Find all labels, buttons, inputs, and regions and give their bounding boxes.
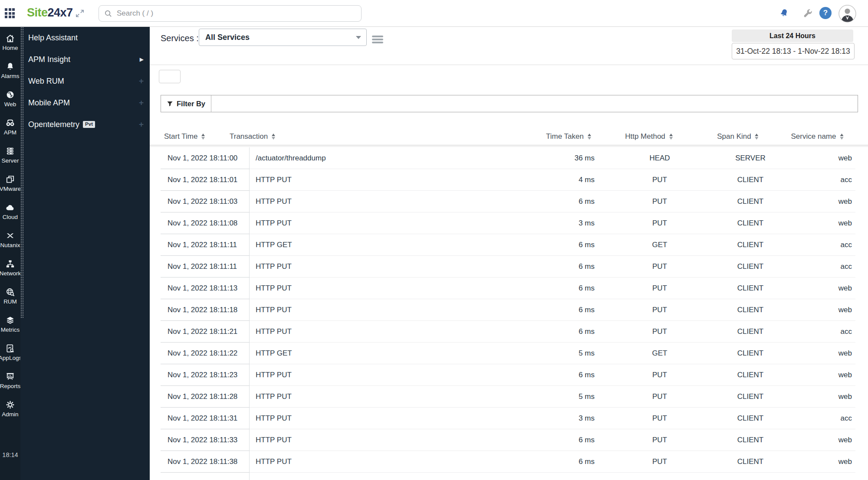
sidebar-menu-item[interactable]: Web RUM + xyxy=(24,70,150,92)
table-row[interactable]: Nov 1, 2022 18:11:21 HTTP PUT 6 ms PUT C… xyxy=(161,321,855,343)
table-row[interactable]: Nov 1, 2022 18:11:18 HTTP PUT 6 ms PUT C… xyxy=(161,299,855,321)
cloud-icon xyxy=(5,202,15,212)
secondary-sidebar: Help Assistant APM Insight ▶ Web RUM xyxy=(24,27,150,480)
table-row[interactable]: Nov 1, 2022 18:11:08 HTTP PUT 3 ms PUT C… xyxy=(161,212,855,234)
services-dropdown[interactable]: All Services xyxy=(199,29,367,46)
table-row[interactable]: Nov 1, 2022 18:11:41 HTTP GET 6 ms GET C… xyxy=(161,473,855,480)
sort-icon xyxy=(201,134,205,140)
sidebar-rail-item[interactable]: Home xyxy=(0,31,20,59)
table-row[interactable]: Nov 1, 2022 18:11:31 HTTP PUT 3 ms PUT C… xyxy=(161,408,855,429)
table-row[interactable]: Nov 1, 2022 18:11:28 HTTP PUT 5 ms PUT C… xyxy=(161,386,855,408)
sidebar-rail-item[interactable]: Server xyxy=(0,144,20,172)
rail-item-label: Cloud xyxy=(3,214,18,220)
table-row[interactable]: Nov 1, 2022 18:11:03 HTTP PUT 6 ms PUT C… xyxy=(161,191,855,212)
column-header-span-kind[interactable]: Span Kind xyxy=(717,132,758,141)
add-monitor-icon[interactable]: + xyxy=(139,98,144,108)
sidebar-rail-item[interactable]: Admin xyxy=(0,397,20,425)
sidebar-rail-item[interactable]: Reports xyxy=(0,369,20,397)
sidebar-menu-item[interactable]: Opentelemetry Pvt + xyxy=(24,114,150,135)
sidebar-rail-item[interactable]: Nutanix xyxy=(0,228,20,256)
submenu-arrow-icon: ▶ xyxy=(140,56,144,62)
filter-input[interactable] xyxy=(211,95,858,112)
sidebar-rail-item[interactable]: Web xyxy=(0,87,20,115)
transaction-cell: HTTP PUT xyxy=(250,299,514,321)
span-toggle-option[interactable] xyxy=(170,75,179,78)
table-row[interactable]: Nov 1, 2022 18:11:11 HTTP GET 6 ms GET C… xyxy=(161,234,855,256)
table-row[interactable]: Nov 1, 2022 18:11:33 HTTP PUT 6 ms PUT C… xyxy=(161,429,855,451)
top-bar: Site24x7 ? xyxy=(0,0,868,27)
service-name-cell: web xyxy=(778,343,855,364)
http-method-cell: PUT xyxy=(597,451,723,473)
start-time-cell: Nov 1, 2022 18:11:31 xyxy=(161,408,250,429)
column-header-service-name[interactable]: Service name xyxy=(791,132,844,141)
list-menu-icon[interactable] xyxy=(372,36,383,45)
http-method-cell: PUT xyxy=(597,408,723,429)
sidebar-menu-item[interactable]: APM Insight ▶ xyxy=(24,49,150,70)
rum-icon xyxy=(5,287,15,297)
main-content: Services : All Services Last 24 Hours 31… xyxy=(150,27,868,480)
table-row[interactable]: Nov 1, 2022 18:11:00 /actuator/threaddum… xyxy=(161,147,855,169)
time-taken-cell: 36 ms xyxy=(514,147,597,169)
sidebar-rail-item[interactable]: Cloud xyxy=(0,200,20,228)
sidebar-scrollbar[interactable] xyxy=(20,27,24,480)
user-avatar[interactable] xyxy=(838,5,856,23)
sidebar-menu-item[interactable]: Mobile APM + xyxy=(24,92,150,114)
help-icon[interactable]: ? xyxy=(819,7,832,19)
column-header-time-taken[interactable]: Time Taken xyxy=(546,132,591,141)
service-name-cell: web xyxy=(778,191,855,212)
table-row[interactable]: Nov 1, 2022 18:11:22 HTTP GET 5 ms GET C… xyxy=(161,343,855,364)
sidebar-rail-item[interactable]: APM xyxy=(0,115,20,144)
column-header-start-time[interactable]: Start Time xyxy=(164,132,205,141)
service-name-cell: acc xyxy=(778,408,855,429)
start-time-cell: Nov 1, 2022 18:11:28 xyxy=(161,386,250,408)
transaction-cell: HTTP GET xyxy=(250,473,514,480)
date-range-picker[interactable]: 31-Oct-22 18:13 - 1-Nov-22 18:13 xyxy=(732,43,855,59)
filter-by-button[interactable]: Filter By xyxy=(161,95,211,112)
alarms-bell-icon xyxy=(5,62,15,72)
http-method-cell: PUT xyxy=(597,386,723,408)
sidebar-rail-item[interactable]: RUM xyxy=(0,284,20,313)
span-kind-cell: CLIENT xyxy=(723,256,778,278)
tools-wrench-icon[interactable] xyxy=(802,7,813,19)
traces-table-body: Nov 1, 2022 18:11:00 /actuator/threaddum… xyxy=(161,147,855,480)
add-monitor-icon[interactable]: + xyxy=(139,120,144,129)
span-toggle-option[interactable] xyxy=(160,75,170,78)
expand-icon[interactable] xyxy=(75,8,85,19)
table-row[interactable]: Nov 1, 2022 18:11:23 HTTP PUT 6 ms PUT C… xyxy=(161,364,855,386)
rail-item-label: Home xyxy=(2,45,18,51)
sidebar-rail-item[interactable]: Metrics xyxy=(0,313,20,341)
table-row[interactable]: Nov 1, 2022 18:11:01 HTTP PUT 4 ms PUT C… xyxy=(161,169,855,191)
span-type-toggle xyxy=(159,70,181,83)
notification-bell-icon[interactable] xyxy=(778,7,790,19)
time-taken-cell: 6 ms xyxy=(514,191,597,212)
table-row[interactable]: Nov 1, 2022 18:11:38 HTTP PUT 6 ms PUT C… xyxy=(161,451,855,473)
http-method-cell: HEAD xyxy=(597,147,723,169)
column-header-http-method[interactable]: Http Method xyxy=(625,132,673,141)
sidebar-menu-item[interactable]: Help Assistant xyxy=(24,27,150,49)
sidebar-rail-item[interactable]: AppLogs xyxy=(0,341,20,369)
start-time-cell: Nov 1, 2022 18:11:33 xyxy=(161,429,250,451)
time-range-preset[interactable]: Last 24 Hours xyxy=(732,29,853,42)
start-time-cell: Nov 1, 2022 18:11:00 xyxy=(161,147,250,169)
sidebar-rail-item[interactable]: Alarms xyxy=(0,59,20,87)
logo-text-dark: 24x7 xyxy=(48,6,73,19)
http-method-cell: PUT xyxy=(597,321,723,343)
start-time-cell: Nov 1, 2022 18:11:22 xyxy=(161,343,250,364)
start-time-cell: Nov 1, 2022 18:11:38 xyxy=(161,451,250,473)
sidebar-rail-item[interactable]: Network xyxy=(0,256,20,284)
add-monitor-icon[interactable]: + xyxy=(139,76,144,86)
table-row[interactable]: Nov 1, 2022 18:11:11 HTTP PUT 6 ms PUT C… xyxy=(161,256,855,278)
scrollbar-thumb[interactable] xyxy=(20,27,24,318)
menu-item-label: Help Assistant xyxy=(28,33,78,42)
start-time-cell: Nov 1, 2022 18:11:11 xyxy=(161,234,250,256)
table-row[interactable]: Nov 1, 2022 18:11:13 HTTP PUT 6 ms PUT C… xyxy=(161,278,855,299)
apps-grid-icon[interactable] xyxy=(5,8,15,18)
search-input[interactable] xyxy=(117,9,356,18)
transaction-cell: HTTP GET xyxy=(250,234,514,256)
span-kind-cell: CLIENT xyxy=(723,429,778,451)
server-icon xyxy=(5,146,15,156)
column-header-transaction[interactable]: Transaction xyxy=(230,132,275,141)
sidebar-rail-item[interactable]: VMware xyxy=(0,172,20,200)
service-name-cell: web xyxy=(778,212,855,234)
span-kind-cell: CLIENT xyxy=(723,473,778,480)
